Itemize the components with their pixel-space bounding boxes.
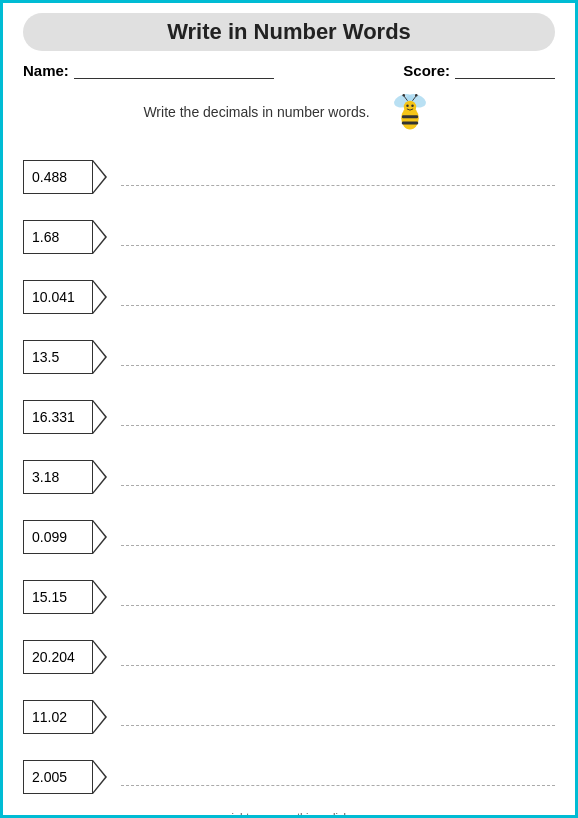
answer-line-1[interactable] <box>121 245 555 246</box>
number-tag-6: 0.099 <box>23 520 113 554</box>
answer-line-4[interactable] <box>121 425 555 426</box>
arrow-icon-5 <box>93 460 107 494</box>
number-tag-9: 11.02 <box>23 700 113 734</box>
svg-point-7 <box>411 105 414 108</box>
number-tag-3: 13.5 <box>23 340 113 374</box>
number-tag-0: 0.488 <box>23 160 113 194</box>
number-tag-10: 2.005 <box>23 760 113 794</box>
problems-list: 0.4881.6810.04113.516.3313.180.09915.152… <box>23 149 555 805</box>
table-row: 2.005 <box>23 749 555 805</box>
answer-line-2[interactable] <box>121 305 555 306</box>
arrow-icon-4 <box>93 400 107 434</box>
number-value-6: 0.099 <box>23 520 93 554</box>
table-row: 13.5 <box>23 329 555 385</box>
answer-line-10[interactable] <box>121 785 555 786</box>
svg-point-6 <box>406 105 409 108</box>
arrow-icon-7 <box>93 580 107 614</box>
number-value-10: 2.005 <box>23 760 93 794</box>
score-label: Score: <box>403 62 450 79</box>
svg-rect-3 <box>401 115 417 118</box>
score-input-line[interactable] <box>455 61 555 79</box>
number-value-0: 0.488 <box>23 160 93 194</box>
number-value-1: 1.68 <box>23 220 93 254</box>
page-title: Write in Number Words <box>43 19 535 45</box>
arrow-icon-0 <box>93 160 107 194</box>
arrow-icon-6 <box>93 520 107 554</box>
svg-rect-4 <box>401 121 417 124</box>
svg-point-5 <box>403 101 416 114</box>
table-row: 0.488 <box>23 149 555 205</box>
answer-line-5[interactable] <box>121 485 555 486</box>
number-tag-4: 16.331 <box>23 400 113 434</box>
name-input-line[interactable] <box>74 61 274 79</box>
number-value-7: 15.15 <box>23 580 93 614</box>
table-row: 15.15 <box>23 569 555 625</box>
table-row: 20.204 <box>23 629 555 685</box>
table-row: 1.68 <box>23 209 555 265</box>
arrow-icon-3 <box>93 340 107 374</box>
number-tag-1: 1.68 <box>23 220 113 254</box>
number-value-8: 20.204 <box>23 640 93 674</box>
name-label: Name: <box>23 62 69 79</box>
copyright-text: copyright: www.mathinenglish.com <box>23 805 555 818</box>
answer-line-9[interactable] <box>121 725 555 726</box>
svg-point-11 <box>415 94 418 97</box>
number-tag-8: 20.204 <box>23 640 113 674</box>
answer-line-3[interactable] <box>121 365 555 366</box>
number-tag-7: 15.15 <box>23 580 113 614</box>
table-row: 0.099 <box>23 509 555 565</box>
number-value-3: 13.5 <box>23 340 93 374</box>
table-row: 10.041 <box>23 269 555 325</box>
table-row: 16.331 <box>23 389 555 445</box>
table-row: 11.02 <box>23 689 555 745</box>
svg-point-9 <box>402 94 405 97</box>
instructions-text: Write the decimals in number words. <box>143 104 369 120</box>
number-value-2: 10.041 <box>23 280 93 314</box>
arrow-icon-10 <box>93 760 107 794</box>
number-tag-2: 10.041 <box>23 280 113 314</box>
bee-icon <box>385 87 435 137</box>
number-value-4: 16.331 <box>23 400 93 434</box>
answer-line-7[interactable] <box>121 605 555 606</box>
arrow-icon-9 <box>93 700 107 734</box>
number-tag-5: 3.18 <box>23 460 113 494</box>
number-value-5: 3.18 <box>23 460 93 494</box>
answer-line-6[interactable] <box>121 545 555 546</box>
number-value-9: 11.02 <box>23 700 93 734</box>
answer-line-8[interactable] <box>121 665 555 666</box>
arrow-icon-2 <box>93 280 107 314</box>
answer-line-0[interactable] <box>121 185 555 186</box>
table-row: 3.18 <box>23 449 555 505</box>
arrow-icon-8 <box>93 640 107 674</box>
arrow-icon-1 <box>93 220 107 254</box>
